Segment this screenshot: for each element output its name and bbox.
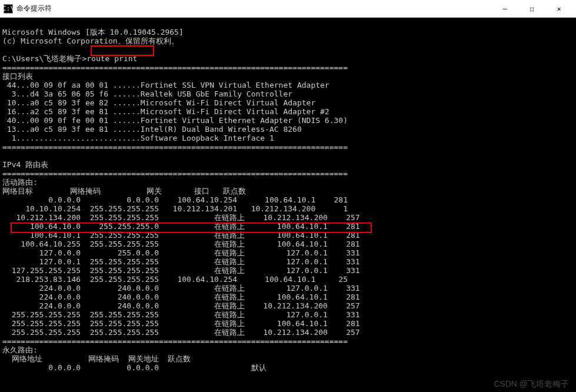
separator: ========================================…: [2, 169, 348, 178]
route-row: 100.64.10.1 255.255.255.255 在链路上 100.64.…: [2, 231, 360, 240]
close-button[interactable]: ✕: [545, 0, 572, 18]
route-row: 100.64.10.255 255.255.255.255 在链路上 100.6…: [2, 240, 360, 248]
persistent-row: 0.0.0.0 0.0.0.0 默认: [2, 363, 267, 372]
command-text: route print: [86, 54, 137, 63]
interface-row: 1...........................Software Loo…: [2, 134, 274, 142]
route-columns: 网络目标 网络掩码 网关 接口 跃点数: [2, 187, 246, 195]
route-row: 0.0.0.0 0.0.0.0 100.64.10.254 100.64.10.…: [2, 195, 348, 204]
separator: ========================================…: [2, 142, 348, 151]
route-row: 10.212.134.200 255.255.255.255 在链路上 10.2…: [2, 213, 360, 222]
route-row: 100.64.10.0 255.255.255.0 在链路上 100.64.10…: [2, 222, 360, 231]
banner-line-2: (c) Microsoft Corporation。保留所有权利。: [2, 36, 179, 45]
route-row: 224.0.0.0 240.0.0.0 在链路上 100.64.10.1 281: [2, 293, 360, 301]
interface-row: 13...a0 c5 89 3f ee 81 ......Intel(R) Du…: [2, 125, 302, 134]
separator: ========================================…: [2, 337, 348, 346]
interface-row: 16...a2 c5 89 3f ee 81 ......Microsoft W…: [2, 107, 329, 116]
active-routes-heading: 活动路由:: [2, 178, 38, 187]
route-row: 255.255.255.255 255.255.255.255 在链路上 10.…: [2, 328, 360, 337]
interface-list-heading: 接口列表: [2, 72, 33, 81]
interface-row: 40...00 09 0f fe 00 01 ......Fortinet Vi…: [2, 116, 348, 125]
prompt-path: C:\Users\飞塔老梅子>: [2, 54, 86, 63]
interface-row: 3...d4 3a 65 06 05 f6 ......Realtek USB …: [2, 89, 292, 98]
cmd-icon: C:\: [4, 4, 13, 14]
ipv4-heading: IPv4 路由表: [2, 160, 48, 169]
watermark-text: CSDN @飞塔老梅子: [494, 380, 569, 388]
route-row: 224.0.0.0 240.0.0.0 在链路上 127.0.0.1 331: [2, 284, 360, 293]
route-row-highlighted: 10.10.10.254 255.255.255.255 10.212.134.…: [2, 204, 348, 213]
window-title: 命令提示符: [16, 4, 52, 14]
separator: ========================================…: [2, 63, 348, 72]
route-row: 255.255.255.255 255.255.255.255 在链路上 100…: [2, 319, 360, 328]
maximize-button[interactable]: ☐: [518, 0, 545, 18]
route-row: 127.255.255.255 255.255.255.255 在链路上 127…: [2, 266, 360, 275]
minimize-button[interactable]: —: [491, 0, 518, 18]
route-row: 127.0.0.1 255.255.255.255 在链路上 127.0.0.1…: [2, 257, 360, 266]
interface-row: 44...00 09 0f aa 00 01 ......Fortinet SS…: [2, 81, 329, 89]
route-row: 255.255.255.255 255.255.255.255 在链路上 127…: [2, 310, 360, 319]
window-titlebar: C:\ 命令提示符 — ☐ ✕: [0, 0, 576, 18]
banner-line-1: Microsoft Windows [版本 10.0.19045.2965]: [2, 28, 184, 36]
route-row: 224.0.0.0 240.0.0.0 在链路上 10.212.134.200 …: [2, 301, 360, 310]
persistent-routes-heading: 永久路由:: [2, 346, 38, 354]
route-row: 218.253.83.146 255.255.255.255 100.64.10…: [2, 275, 348, 284]
route-row: 127.0.0.0 255.0.0.0 在链路上 127.0.0.1 331: [2, 248, 360, 257]
persistent-columns: 网络地址 网络掩码 网关地址 跃点数: [2, 354, 191, 363]
terminal-output[interactable]: Microsoft Windows [版本 10.0.19045.2965] (…: [0, 18, 576, 392]
interface-row: 10...a0 c5 89 3f ee 82 ......Microsoft W…: [2, 98, 315, 107]
